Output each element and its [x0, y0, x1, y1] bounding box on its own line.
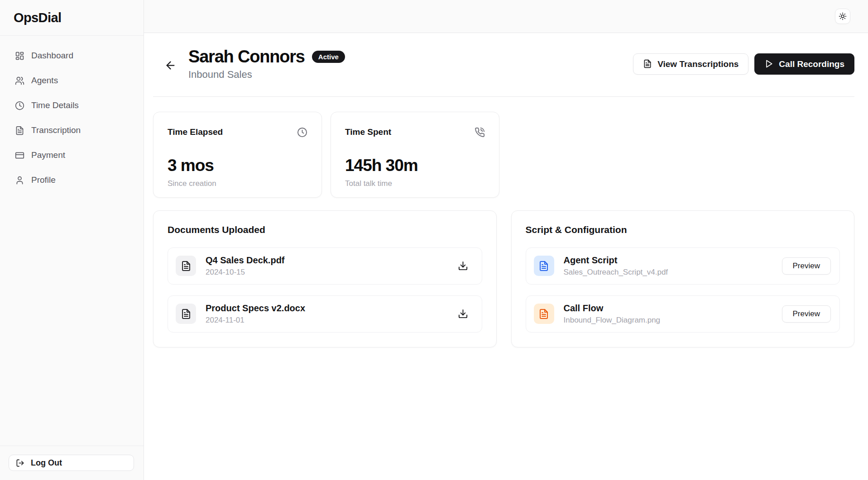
file-badge	[176, 256, 196, 276]
file-text-icon	[181, 309, 192, 319]
sun-icon	[839, 12, 847, 20]
sidebar-item-transcription[interactable]: Transcription	[6, 120, 137, 140]
title-block: Sarah Connors Active Inbound Sales	[188, 48, 345, 81]
page-subtitle: Inbound Sales	[188, 69, 345, 81]
script-config-panel: Script & Configuration	[511, 210, 855, 347]
sidebar-item-payment[interactable]: Payment	[6, 145, 137, 165]
file-badge	[176, 304, 196, 324]
status-badge: Active	[312, 51, 345, 63]
sidebar-item-label: Time Details	[31, 100, 79, 110]
document-row: Q4 Sales Deck.pdf 2024-10-15	[168, 247, 482, 285]
stat-value: 3 mos	[168, 156, 307, 175]
documents-panel-title: Documents Uploaded	[168, 224, 482, 235]
call-recordings-label: Call Recordings	[779, 60, 844, 68]
page-header: Sarah Connors Active Inbound Sales View …	[153, 48, 854, 81]
logout-icon	[16, 459, 24, 467]
stat-caption: Since creation	[168, 179, 307, 188]
script-filename: Inbound_Flow_Diagram.png	[564, 316, 772, 325]
document-name: Product Specs v2.docx	[206, 303, 448, 314]
sidebar-header: OpsDial	[0, 0, 144, 36]
file-badge	[534, 304, 554, 324]
stat-label: Time Spent	[345, 127, 391, 137]
download-button[interactable]	[458, 309, 468, 319]
stat-label: Time Elapsed	[168, 127, 223, 137]
page-title: Sarah Connors	[188, 48, 305, 67]
script-filename: Sales_Outreach_Script_v4.pdf	[564, 268, 772, 277]
script-row: Agent Script Sales_Outreach_Script_v4.pd…	[526, 247, 840, 285]
clock-icon	[297, 127, 307, 138]
stats-grid: Time Elapsed 3 mos Since creation Time S…	[153, 112, 854, 198]
file-text-icon	[643, 59, 652, 68]
back-button[interactable]	[164, 59, 177, 71]
view-transcriptions-label: View Transcriptions	[657, 60, 739, 68]
phone-call-icon	[475, 127, 485, 138]
document-date: 2024-11-01	[206, 316, 448, 325]
dashboard-icon	[15, 51, 24, 61]
clock-icon	[15, 101, 24, 110]
sidebar: OpsDial Dashboard Agents	[0, 0, 144, 480]
sidebar-item-label: Agents	[31, 76, 58, 86]
page-content: Sarah Connors Active Inbound Sales View …	[144, 33, 868, 480]
header-actions: View Transcriptions Call Recordings	[633, 53, 854, 75]
theme-toggle-button[interactable]	[835, 9, 850, 24]
arrow-left-icon	[164, 59, 177, 71]
documents-panel: Documents Uploaded	[153, 210, 497, 347]
download-icon	[458, 309, 468, 319]
sidebar-footer: Log Out	[0, 446, 144, 480]
sidebar-item-label: Transcription	[31, 125, 81, 135]
file-text-icon	[538, 309, 549, 319]
stat-card-time-elapsed: Time Elapsed 3 mos Since creation	[153, 112, 322, 198]
users-icon	[15, 76, 24, 86]
topbar	[144, 0, 868, 33]
document-name: Q4 Sales Deck.pdf	[206, 255, 448, 266]
document-row: Product Specs v2.docx 2024-11-01	[168, 295, 482, 333]
sidebar-item-agents[interactable]: Agents	[6, 71, 137, 90]
script-name: Call Flow	[564, 303, 772, 314]
file-text-icon	[181, 261, 192, 271]
sidebar-item-label: Payment	[31, 150, 65, 160]
document-date: 2024-10-15	[206, 268, 448, 277]
download-icon	[458, 261, 468, 271]
panels: Documents Uploaded	[153, 210, 854, 347]
sidebar-item-label: Profile	[31, 175, 56, 185]
script-row: Call Flow Inbound_Flow_Diagram.png Previ…	[526, 295, 840, 333]
play-icon	[764, 59, 773, 68]
sidebar-item-profile[interactable]: Profile	[6, 170, 137, 190]
stat-card-time-spent: Time Spent 145h 30m Total talk time	[331, 112, 499, 198]
credit-card-icon	[15, 151, 24, 160]
stat-value: 145h 30m	[345, 156, 485, 175]
user-icon	[15, 176, 24, 185]
sidebar-nav: Dashboard Agents Time Details	[0, 36, 144, 200]
main-area: Sarah Connors Active Inbound Sales View …	[144, 0, 868, 480]
preview-button[interactable]: Preview	[782, 257, 831, 275]
file-text-icon	[538, 261, 549, 271]
header-divider	[153, 96, 854, 97]
download-button[interactable]	[458, 261, 468, 271]
sidebar-item-label: Dashboard	[31, 51, 73, 61]
logout-label: Log Out	[31, 458, 62, 468]
preview-button[interactable]: Preview	[782, 305, 831, 323]
sidebar-item-dashboard[interactable]: Dashboard	[6, 46, 137, 66]
file-text-icon	[15, 126, 24, 135]
sidebar-item-time-details[interactable]: Time Details	[6, 95, 137, 115]
view-transcriptions-button[interactable]: View Transcriptions	[633, 53, 748, 75]
file-badge	[534, 256, 554, 276]
stat-caption: Total talk time	[345, 179, 485, 188]
script-config-panel-title: Script & Configuration	[526, 224, 840, 235]
brand-logo: OpsDial	[14, 10, 61, 25]
script-name: Agent Script	[564, 255, 772, 266]
logout-button[interactable]: Log Out	[9, 455, 134, 471]
call-recordings-button[interactable]: Call Recordings	[754, 53, 854, 75]
